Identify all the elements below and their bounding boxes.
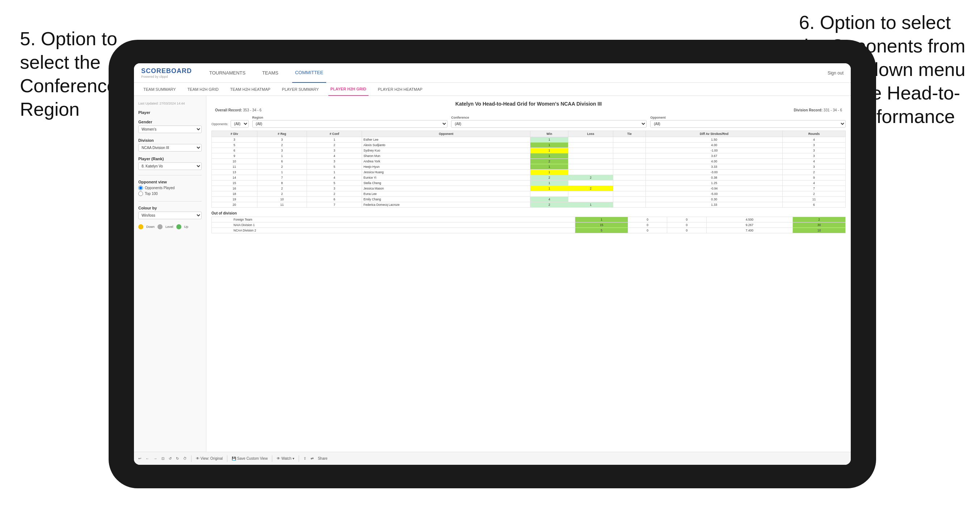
toolbar-div-3	[272, 456, 272, 462]
table-row: 18 2 2 Euna Lee -5.00 2	[212, 191, 846, 197]
table-row: 3 3 1 Esther Lee 1 1.50 4	[212, 137, 846, 143]
toolbar-undo2[interactable]: ↺	[169, 457, 172, 460]
region-filter-select[interactable]: (All)	[252, 120, 448, 128]
opponents-filter-select[interactable]: (All)	[231, 120, 249, 128]
cell-loss	[568, 143, 613, 148]
ood-cell-tie: 0	[667, 217, 706, 222]
toolbar-watch[interactable]: 👁 Watch ▾	[277, 457, 294, 460]
sub-nav-team-h2h-grid[interactable]: TEAM H2H GRID	[185, 83, 221, 96]
cell-rounds: 11	[782, 197, 845, 202]
cell-opponent: Jessica Huang	[362, 170, 530, 175]
cell-opponent: Jessica Mason	[362, 186, 530, 191]
ood-cell-opponent: NCAA Division 2	[212, 228, 575, 233]
cell-diff: 4.00	[646, 159, 783, 164]
cell-conf: 5	[307, 181, 362, 186]
toolbar-share[interactable]: Share	[318, 457, 328, 460]
right-content: Katelyn Vo Head-to-Head Grid for Women's…	[206, 96, 851, 452]
th-conf: # Conf	[307, 131, 362, 137]
sidebar-player-section: Player	[138, 110, 202, 115]
main-table: # Div # Reg # Conf Opponent Win Loss Tie…	[212, 130, 846, 208]
cell-loss: 2	[568, 175, 613, 181]
conference-filter-select[interactable]: (All)	[451, 120, 647, 128]
last-updated: Last Updated: 27/03/2024 14:44	[138, 102, 202, 105]
cell-diff: 0.38	[646, 175, 783, 181]
sub-nav-team-h2h-heatmap[interactable]: TEAM H2H HEATMAP	[228, 83, 273, 96]
sign-out[interactable]: Sign out	[827, 70, 843, 76]
ood-cell-win: 15	[575, 222, 628, 228]
cell-diff: -5.00	[646, 191, 783, 197]
legend-dot-up	[176, 224, 181, 229]
toolbar-div-4	[299, 456, 299, 462]
sidebar-divider	[138, 175, 202, 175]
main-content: Last Updated: 27/03/2024 14:44 Player Ge…	[134, 96, 851, 452]
sub-nav-player-h2h-heatmap[interactable]: PLAYER H2H HEATMAP	[376, 83, 425, 96]
cell-div: 6	[212, 148, 258, 153]
toolbar-view-original[interactable]: 👁 View: Original	[196, 457, 223, 460]
sub-nav-team-summary[interactable]: TEAM SUMMARY	[141, 83, 178, 96]
cell-diff: 3.67	[646, 153, 783, 159]
cell-div: 11	[212, 164, 258, 170]
cell-conf: 3	[307, 148, 362, 153]
ood-cell-diff: 4.500	[706, 217, 793, 222]
cell-opponent: Sydney Kuo	[362, 148, 530, 153]
ood-cell-tie: 0	[667, 222, 706, 228]
ood-cell-opponent: NAIA Division 1	[212, 222, 575, 228]
player-rank-select[interactable]: 8. Katelyn Vo	[138, 162, 202, 170]
cell-opponent: Eunice Yi	[362, 175, 530, 181]
opponents-filter-label: Opponents:	[212, 122, 228, 126]
cell-div: 20	[212, 202, 258, 208]
nav-teams[interactable]: TEAMS	[259, 63, 281, 83]
cell-tie	[613, 148, 646, 153]
cell-tie	[613, 164, 646, 170]
sub-nav-player-summary[interactable]: PLAYER SUMMARY	[280, 83, 321, 96]
cell-tie	[613, 143, 646, 148]
cell-tie	[613, 159, 646, 164]
toolbar-back[interactable]: ←	[146, 457, 149, 460]
cell-reg: 7	[257, 175, 307, 181]
sidebar-division-label: Division	[138, 138, 202, 143]
out-of-division-header: Out of division	[212, 211, 846, 215]
radio-opponents-played[interactable]: Opponents Played	[138, 186, 202, 190]
nav-items: TOURNAMENTS TEAMS COMMITTEE	[206, 63, 827, 83]
opponent-view-radio-group: Opponents Played Top 100	[138, 186, 202, 196]
toolbar-undo[interactable]: ↩	[138, 457, 141, 460]
toolbar-save-custom[interactable]: 💾 Save Custom View	[232, 457, 267, 460]
toolbar-timer[interactable]: ⏱	[183, 457, 187, 460]
toolbar-forward[interactable]: →	[153, 457, 157, 460]
conference-filter-label: Conference	[451, 116, 647, 119]
toolbar-grid[interactable]: ⊡	[161, 457, 164, 460]
toolbar-redo[interactable]: ↻	[176, 457, 179, 460]
gender-select[interactable]: Women's	[138, 125, 202, 133]
toolbar-export[interactable]: ⇪	[303, 457, 306, 460]
colour-by-select[interactable]: Win/loss	[138, 211, 202, 219]
cell-win: 1	[530, 170, 568, 175]
sub-nav-player-h2h-grid[interactable]: PLAYER H2H GRID	[328, 83, 369, 96]
cell-conf: 6	[307, 197, 362, 202]
division-select[interactable]: NCAA Division III	[138, 144, 202, 152]
tablet-screen: SCOREBOARD Powered by clippd TOURNAMENTS…	[134, 63, 851, 465]
cell-reg: 2	[257, 191, 307, 197]
logo-text: SCOREBOARD	[141, 67, 192, 75]
page-title: Katelyn Vo Head-to-Head Grid for Women's…	[212, 101, 846, 107]
cell-conf: 4	[307, 153, 362, 159]
cell-tie	[613, 175, 646, 181]
nav-tournaments[interactable]: TOURNAMENTS	[206, 63, 248, 83]
th-loss: Loss	[568, 131, 613, 137]
cell-conf: 3	[307, 159, 362, 164]
nav-committee[interactable]: COMMITTEE	[292, 63, 326, 83]
cell-loss	[568, 181, 613, 186]
cell-win: 2	[530, 175, 568, 181]
table-row: 19 10 6 Emily Chang 4 0.30 11	[212, 197, 846, 202]
toolbar-compare[interactable]: ⇄	[310, 457, 313, 460]
opponent-filter-select[interactable]: (All)	[650, 120, 846, 128]
sidebar-colour-by-section: Colour by Win/loss	[138, 206, 202, 219]
opponent-filter-label: Opponent	[650, 116, 846, 119]
radio-top-100[interactable]: Top 100	[138, 191, 202, 196]
legend-label-down: Down	[146, 225, 154, 229]
cell-loss	[568, 159, 613, 164]
cell-reg: 2	[257, 143, 307, 148]
legend-label-up: Up	[184, 225, 189, 229]
cell-rounds: 9	[782, 175, 845, 181]
cell-win: 1	[530, 181, 568, 186]
cell-conf: 5	[307, 164, 362, 170]
